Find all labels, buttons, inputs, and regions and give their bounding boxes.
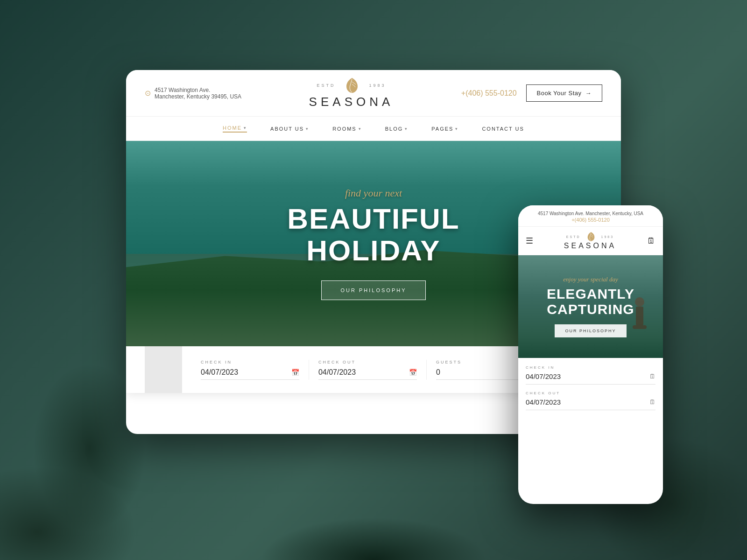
- mobile-logo-leaf-icon: [586, 231, 596, 242]
- checkout-date: 04/07/2023: [318, 368, 356, 377]
- mobile-philosophy-button[interactable]: OUR PHILOSOPHY: [555, 324, 626, 337]
- mobile-hero-content: enjoy your special day ELEGANTLY CAPTURI…: [518, 255, 663, 358]
- hero-title-line2: HOLIDAY: [287, 235, 459, 266]
- mobile-mockup: 4517 Washington Ave. Manchester, Kentuck…: [518, 205, 663, 504]
- mobile-booking: CHECK IN 04/07/2023 🗓 CHECK OUT 04/07/20…: [518, 358, 663, 424]
- mobile-logo-estd-row: ESTD 1983: [564, 231, 616, 242]
- mobile-checkout-calendar-icon: 🗓: [649, 399, 655, 406]
- nav-label-contact: CONTACT US: [482, 126, 524, 132]
- hamburger-menu-icon[interactable]: ☰: [526, 236, 533, 246]
- chevron-down-icon: ▾: [244, 126, 247, 130]
- mobile-year-text: 1983: [601, 235, 614, 238]
- chevron-down-icon: ▾: [405, 126, 408, 131]
- hero-title-line1: BEAUTIFUL: [287, 203, 459, 235]
- phone-number[interactable]: +(406) 555-0120: [461, 89, 517, 98]
- hero-subtitle: find your next: [345, 187, 402, 199]
- calendar-icon: 📅: [409, 369, 417, 376]
- logo-estd-text: ESTD: [317, 83, 335, 88]
- checkout-field[interactable]: CHECK OUT 04/07/2023 📅: [309, 360, 427, 380]
- header-right: +(406) 555-0120 Book Your Stay →: [461, 84, 602, 102]
- chevron-down-icon: ▾: [359, 126, 362, 131]
- checkin-date: 04/07/2023: [201, 368, 238, 377]
- mobile-logo: ESTD 1983 SEASONA: [564, 231, 616, 250]
- mobile-checkin-field[interactable]: CHECK IN 04/07/2023 🗓: [526, 365, 655, 385]
- mobile-checkin-value-row: 04/07/2023 🗓: [526, 372, 655, 380]
- chevron-down-icon: ▾: [306, 126, 309, 131]
- nav-label-about: ABOUT US: [270, 126, 304, 132]
- book-stay-button[interactable]: Book Your Stay →: [526, 84, 602, 102]
- location-icon: ⊙: [145, 89, 151, 98]
- hero-philosophy-button[interactable]: OUR PHILOSOPHY: [321, 280, 425, 300]
- mobile-title-line1: ELEGANTLY: [547, 286, 634, 301]
- mobile-btn-label: OUR PHILOSOPHY: [565, 329, 616, 333]
- nav-label-pages: PAGES: [431, 126, 453, 132]
- checkin-value-row: 04/07/2023 📅: [201, 368, 299, 380]
- mobile-checkin-label: CHECK IN: [526, 365, 655, 370]
- logo-brand-text: SEASONA: [309, 95, 394, 109]
- arrow-icon: →: [585, 90, 592, 97]
- mobile-checkin-date: 04/07/2023: [526, 372, 561, 380]
- mobile-address: 4517 Washington Ave. Manchester, Kentuck…: [526, 211, 655, 216]
- nav-item-home[interactable]: HOME ▾: [223, 125, 247, 133]
- checkout-label: CHECK OUT: [318, 360, 417, 364]
- mobile-calendar-icon[interactable]: 🗓: [647, 236, 655, 246]
- desktop-nav: HOME ▾ ABOUT US ▾ ROOMS ▾ BLOG ▾ PAGES ▾…: [126, 117, 621, 141]
- checkin-field[interactable]: CHECK IN 04/07/2023 📅: [191, 360, 309, 380]
- scene-wrapper: ⊙ 4517 Washington Ave. Manchester, Kentu…: [47, 70, 700, 490]
- chevron-down-icon: ▾: [455, 126, 458, 131]
- mobile-checkout-date: 04/07/2023: [526, 398, 561, 406]
- checkin-label: CHECK IN: [201, 360, 299, 364]
- book-stay-label: Book Your Stay: [537, 90, 582, 97]
- mobile-estd-text: ESTD: [566, 235, 581, 238]
- nav-item-blog[interactable]: BLOG ▾: [385, 126, 409, 132]
- mobile-nav-bar: ☰ ESTD 1983 SEASONA 🗓: [518, 227, 663, 255]
- nav-item-pages[interactable]: PAGES ▾: [431, 126, 458, 132]
- mobile-logo-brand: SEASONA: [564, 242, 616, 250]
- mobile-checkout-value-row: 04/07/2023 🗓: [526, 398, 655, 406]
- checkout-value-row: 04/07/2023 📅: [318, 368, 417, 380]
- nav-label-home: HOME: [223, 125, 242, 131]
- desktop-logo: ESTD 1983 SEASONA: [309, 77, 394, 109]
- mobile-hero-title: ELEGANTLY CAPTURING: [547, 286, 634, 317]
- logo-estd-row: ESTD 1983: [309, 77, 394, 94]
- nav-label-blog: BLOG: [385, 126, 403, 132]
- calendar-icon: 📅: [291, 369, 299, 376]
- mobile-checkout-label: CHECK OUT: [526, 391, 655, 395]
- hero-title: BEAUTIFUL HOLIDAY: [287, 203, 459, 266]
- address-line2: Manchester, Kentucky 39495, USA: [155, 93, 241, 100]
- mobile-title-line2: CAPTURING: [547, 301, 634, 317]
- header-address: ⊙ 4517 Washington Ave. Manchester, Kentu…: [145, 87, 241, 100]
- logo-leaf-icon: [345, 77, 359, 94]
- mobile-checkin-calendar-icon: 🗓: [649, 373, 655, 380]
- mobile-top-bar: 4517 Washington Ave. Manchester, Kentuck…: [518, 205, 663, 227]
- nav-label-rooms: ROOMS: [332, 126, 357, 132]
- logo-year-text: 1983: [369, 83, 386, 88]
- mobile-hero: enjoy your special day ELEGANTLY CAPTURI…: [518, 255, 663, 358]
- nav-item-about[interactable]: ABOUT US ▾: [270, 126, 309, 132]
- desktop-header: ⊙ 4517 Washington Ave. Manchester, Kentu…: [126, 70, 621, 117]
- mobile-checkout-field[interactable]: CHECK OUT 04/07/2023 🗓: [526, 391, 655, 410]
- booking-tab: [145, 346, 182, 393]
- guests-count: 0: [436, 368, 440, 377]
- mobile-hero-subtitle: enjoy your special day: [563, 276, 618, 283]
- address-line1: 4517 Washington Ave.: [155, 87, 241, 93]
- nav-item-rooms[interactable]: ROOMS ▾: [332, 126, 362, 132]
- nav-item-contact[interactable]: CONTACT US: [482, 126, 524, 132]
- mobile-phone[interactable]: +(406) 555-0120: [526, 217, 655, 223]
- hero-btn-label: OUR PHILOSOPHY: [340, 287, 406, 293]
